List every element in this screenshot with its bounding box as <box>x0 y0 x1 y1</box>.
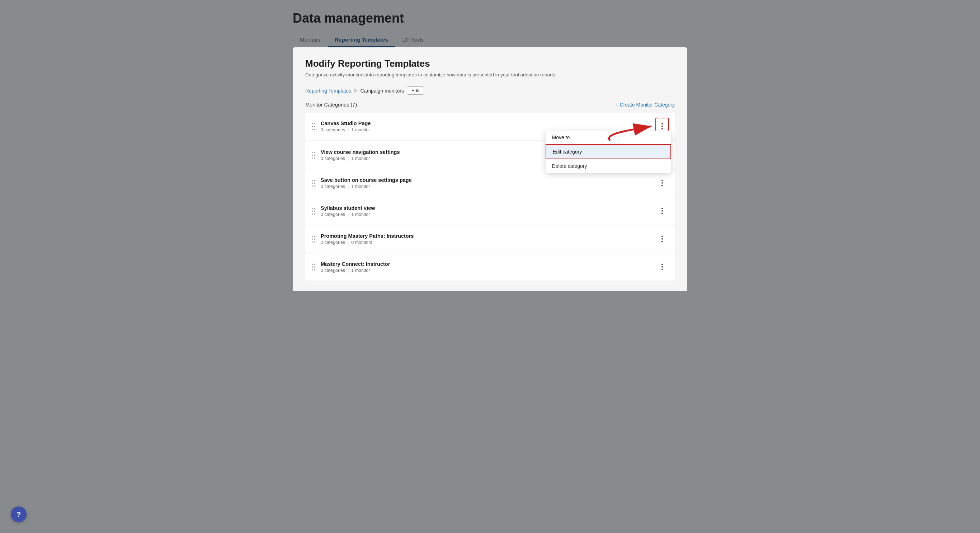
dot <box>662 128 663 129</box>
monitor-list: Canvas Studio Page 0 categories | 1 moni… <box>305 113 675 280</box>
breadcrumb: Reporting Templates > Campaign monitors … <box>305 86 675 95</box>
breadcrumb-separator: > <box>354 88 357 94</box>
dot <box>662 208 663 209</box>
create-monitor-category-button[interactable]: + Create Monitor Category <box>616 102 675 108</box>
dot <box>662 238 663 240</box>
drag-handle[interactable] <box>311 234 316 244</box>
item-menu-button[interactable] <box>655 258 669 275</box>
dropdown-menu: Move to Edit category Delete category <box>546 130 671 173</box>
dot <box>662 269 663 270</box>
dropdown-delete-category[interactable]: Delete category <box>546 159 671 173</box>
item-info: Promoting Mastery Paths: Instructors 2 c… <box>321 233 650 245</box>
content-card: Modify Reporting Templates Categorize ac… <box>293 47 687 291</box>
dot <box>662 123 663 124</box>
help-button[interactable]: ? <box>11 506 27 522</box>
monitor-item: Promoting Mastery Paths: Instructors 2 c… <box>305 225 675 253</box>
dot <box>662 182 663 184</box>
modify-title: Modify Reporting Templates <box>305 58 675 69</box>
modify-desc: Categorize activity monitors into report… <box>305 72 675 78</box>
dot <box>662 213 663 214</box>
dot <box>662 241 663 242</box>
item-meta: 0 categories | 1 monitor <box>321 268 650 273</box>
dropdown-move-to[interactable]: Move to <box>546 130 671 144</box>
drag-handle[interactable] <box>311 150 316 160</box>
item-meta: 2 categories | 0 monitors <box>321 240 650 245</box>
page-title: Data management <box>293 11 687 26</box>
item-name: Save button on course settings page <box>321 177 650 183</box>
dot <box>662 185 663 186</box>
dropdown-edit-category[interactable]: Edit category <box>546 144 671 159</box>
tab-monitors[interactable]: Monitors <box>293 33 328 47</box>
item-name: Mastery Connect: Instructor <box>321 261 650 267</box>
monitor-item: Save button on course settings page 0 ca… <box>305 169 675 197</box>
item-info: Mastery Connect: Instructor 0 categories… <box>321 261 650 273</box>
drag-handle[interactable] <box>311 206 316 216</box>
page-container: Data management Monitors Reporting Templ… <box>293 11 687 291</box>
monitor-item: Canvas Studio Page 0 categories | 1 moni… <box>305 113 675 140</box>
section-title: Monitor Categories (7) <box>305 102 357 108</box>
item-info: Save button on course settings page 0 ca… <box>321 177 650 189</box>
dot <box>662 266 663 267</box>
breadcrumb-edit-button[interactable]: Edit <box>407 86 424 95</box>
item-name: Canvas Studio Page <box>321 121 650 126</box>
breadcrumb-current: Campaign monitors <box>361 88 404 94</box>
tabs-bar: Monitors Reporting Templates LTI Tools <box>293 33 687 47</box>
item-menu-button[interactable] <box>655 202 669 220</box>
dot <box>662 264 663 265</box>
monitor-item: Mastery Connect: Instructor 0 categories… <box>305 253 675 280</box>
drag-handle[interactable] <box>311 178 316 188</box>
tab-lti-tools[interactable]: LTI Tools <box>395 33 431 47</box>
monitor-item: Syllabus student view 0 categories | 1 m… <box>305 197 675 224</box>
dot <box>662 180 663 181</box>
drag-handle[interactable] <box>311 262 316 272</box>
item-info: Syllabus student view 0 categories | 1 m… <box>321 205 650 217</box>
item-meta: 0 categories | 1 monitor <box>321 212 650 217</box>
dot <box>662 235 663 237</box>
item-meta: 0 categories | 1 monitor <box>321 184 650 189</box>
tab-reporting-templates[interactable]: Reporting Templates <box>328 33 395 47</box>
drag-handle[interactable] <box>311 121 316 132</box>
item-menu-button[interactable] <box>655 174 669 191</box>
section-header: Monitor Categories (7) + Create Monitor … <box>305 102 675 108</box>
item-name: Promoting Mastery Paths: Instructors <box>321 233 650 239</box>
dot <box>662 210 663 212</box>
item-menu-button[interactable] <box>655 230 669 248</box>
item-name: Syllabus student view <box>321 205 650 211</box>
breadcrumb-link[interactable]: Reporting Templates <box>305 88 351 94</box>
dot <box>662 126 663 127</box>
